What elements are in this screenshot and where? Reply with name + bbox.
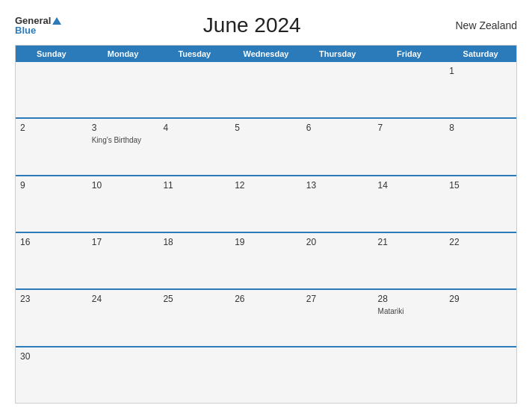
- cal-cell-r3-c6: 22: [445, 233, 516, 288]
- day-number-17: 17: [92, 237, 155, 249]
- cal-cell-r5-c0: 30: [16, 347, 87, 403]
- day-number-30: 30: [20, 351, 83, 363]
- cal-cell-r2-c0: 9: [16, 176, 87, 232]
- header-monday: Monday: [87, 46, 159, 62]
- day-number-4: 4: [163, 123, 226, 135]
- cal-cell-r4-c6: 29: [445, 290, 516, 345]
- header-tuesday: Tuesday: [158, 46, 230, 62]
- cal-cell-r2-c2: 11: [158, 176, 230, 232]
- cal-cell-r3-c2: 18: [158, 233, 230, 288]
- day-number-29: 29: [449, 294, 512, 306]
- cal-cell-r4-c4: 27: [302, 290, 374, 345]
- cal-cell-r1-c4: 6: [302, 119, 374, 174]
- cal-cell-r3-c5: 21: [374, 233, 445, 288]
- cal-cell-r5-c6: [445, 347, 516, 403]
- logo-triangle-icon: [52, 17, 61, 25]
- logo-blue-text: Blue: [15, 25, 61, 35]
- day-number-6: 6: [306, 123, 369, 135]
- header-thursday: Thursday: [302, 46, 374, 62]
- cal-cell-r5-c1: [87, 347, 159, 403]
- cal-cell-r5-c2: [158, 347, 230, 403]
- day-number-12: 12: [235, 180, 297, 192]
- calendar-title: June 2024: [61, 13, 442, 37]
- day-number-24: 24: [92, 294, 155, 306]
- header: General Blue June 2024 New Zealand: [15, 13, 517, 37]
- cal-cell-r3-c3: 19: [230, 233, 302, 288]
- cal-cell-r5-c4: [302, 347, 374, 403]
- cal-cell-r1-c3: 5: [230, 119, 302, 174]
- day-number-7: 7: [378, 123, 441, 135]
- day-number-21: 21: [378, 237, 441, 249]
- country-label: New Zealand: [442, 19, 517, 31]
- cal-cell-r1-c2: 4: [158, 119, 230, 174]
- cal-cell-r5-c3: [230, 347, 302, 403]
- cal-cell-r0-c4: [302, 62, 374, 117]
- cal-cell-r4-c1: 24: [87, 290, 159, 345]
- cal-cell-r4-c5: 28Matariki: [374, 290, 445, 345]
- day-number-2: 2: [20, 123, 83, 135]
- day-number-13: 13: [306, 180, 369, 192]
- header-sunday: Sunday: [16, 46, 87, 62]
- day-number-1: 1: [449, 66, 512, 78]
- logo: General Blue: [15, 16, 61, 35]
- day-number-28: 28: [378, 294, 441, 306]
- cal-cell-r0-c5: [374, 62, 445, 117]
- day-number-20: 20: [306, 237, 369, 249]
- day-number-18: 18: [163, 237, 226, 249]
- cal-cell-r2-c4: 13: [302, 176, 374, 232]
- calendar-row-0: 1: [16, 62, 516, 117]
- cal-cell-r2-c1: 10: [87, 176, 159, 232]
- day-number-27: 27: [306, 294, 369, 306]
- calendar: Sunday Monday Tuesday Wednesday Thursday…: [15, 45, 517, 404]
- calendar-row-4: 232425262728Matariki29: [16, 288, 516, 345]
- cal-cell-r4-c3: 26: [230, 290, 302, 345]
- header-saturday: Saturday: [445, 46, 516, 62]
- day-number-16: 16: [20, 237, 83, 249]
- day-number-23: 23: [20, 294, 83, 306]
- cal-cell-r1-c0: 2: [16, 119, 87, 174]
- day-number-22: 22: [449, 237, 512, 249]
- page: General Blue June 2024 New Zealand Sunda…: [0, 0, 532, 411]
- header-wednesday: Wednesday: [230, 46, 302, 62]
- cal-cell-r1-c5: 7: [374, 119, 445, 174]
- header-friday: Friday: [374, 46, 445, 62]
- cal-cell-r0-c3: [230, 62, 302, 117]
- event-label: King's Birthday: [92, 136, 155, 144]
- cal-cell-r3-c0: 16: [16, 233, 87, 288]
- cal-cell-r4-c2: 25: [158, 290, 230, 345]
- day-number-11: 11: [163, 180, 226, 192]
- day-number-3: 3: [92, 123, 155, 135]
- day-number-9: 9: [20, 180, 83, 192]
- cal-cell-r1-c6: 8: [445, 119, 516, 174]
- day-number-26: 26: [235, 294, 297, 306]
- cal-cell-r0-c6: 1: [445, 62, 516, 117]
- calendar-row-5: 30: [16, 346, 516, 403]
- calendar-row-2: 9101112131415: [16, 175, 516, 232]
- cal-cell-r2-c5: 14: [374, 176, 445, 232]
- day-number-25: 25: [163, 294, 226, 306]
- cal-cell-r3-c4: 20: [302, 233, 374, 288]
- cal-cell-r4-c0: 23: [16, 290, 87, 345]
- day-number-8: 8: [449, 123, 512, 135]
- cal-cell-r0-c0: [16, 62, 87, 117]
- cal-cell-r1-c1: 3King's Birthday: [87, 119, 159, 174]
- cal-cell-r2-c3: 12: [230, 176, 302, 232]
- calendar-body: 123King's Birthday4567891011121314151617…: [16, 62, 516, 403]
- cal-cell-r3-c1: 17: [87, 233, 159, 288]
- day-number-19: 19: [235, 237, 297, 249]
- day-number-10: 10: [92, 180, 155, 192]
- cal-cell-r0-c1: [87, 62, 159, 117]
- day-number-5: 5: [235, 123, 297, 135]
- cal-cell-r5-c5: [374, 347, 445, 403]
- day-number-15: 15: [449, 180, 512, 192]
- calendar-row-1: 23King's Birthday45678: [16, 117, 516, 174]
- event-label: Matariki: [378, 307, 441, 315]
- day-number-14: 14: [378, 180, 441, 192]
- calendar-header: Sunday Monday Tuesday Wednesday Thursday…: [16, 46, 516, 62]
- calendar-row-3: 16171819202122: [16, 232, 516, 288]
- cal-cell-r0-c2: [158, 62, 230, 117]
- cal-cell-r2-c6: 15: [445, 176, 516, 232]
